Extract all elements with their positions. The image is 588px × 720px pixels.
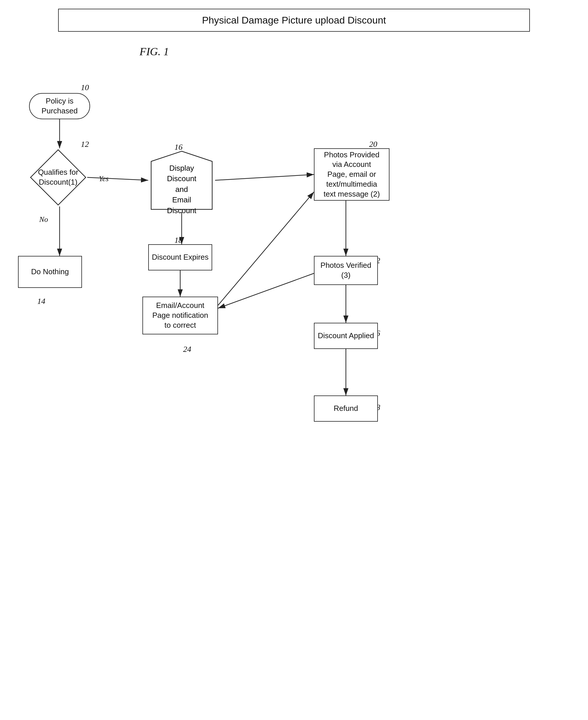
display-discount-wrapper: Display Discount and Email Discount xyxy=(148,148,215,212)
discount-expires-node: Discount Expires xyxy=(148,244,212,270)
yes-label: Yes xyxy=(99,174,109,183)
title-box: Physical Damage Picture upload Discount xyxy=(58,9,530,32)
qualifies-discount-text: Qualifies for Discount(1) xyxy=(38,167,79,187)
fig-label: FIG. 1 xyxy=(140,45,169,58)
email-notification-node: Email/Account Page notification to corre… xyxy=(142,296,218,334)
ref-24: 24 xyxy=(183,345,191,354)
ref-18: 18 xyxy=(174,235,183,245)
policy-purchased-node: Policy is Purchased xyxy=(29,93,90,119)
title-text: Physical Damage Picture upload Discount xyxy=(202,15,386,26)
svg-line-6 xyxy=(215,174,314,180)
discount-applied-node: Discount Applied xyxy=(314,323,378,349)
ref-12: 12 xyxy=(81,140,89,149)
ref-10: 10 xyxy=(81,83,89,92)
qualifies-discount-node: Qualifies for Discount(1) xyxy=(29,148,87,206)
svg-line-4 xyxy=(87,178,148,180)
photos-provided-node: Photos Provided via Account Page, email … xyxy=(314,148,390,201)
no-label: No xyxy=(39,215,48,224)
svg-line-12 xyxy=(218,273,314,308)
refund-node: Refund xyxy=(314,395,378,421)
ref-14: 14 xyxy=(37,296,45,306)
photos-verified-node: Photos Verified (3) xyxy=(314,256,378,285)
svg-line-9 xyxy=(218,192,314,305)
display-discount-text: Display Discount and Email Discount xyxy=(148,163,215,216)
do-nothing-node: Do Nothing xyxy=(18,256,82,288)
ref-20: 20 xyxy=(369,140,377,149)
